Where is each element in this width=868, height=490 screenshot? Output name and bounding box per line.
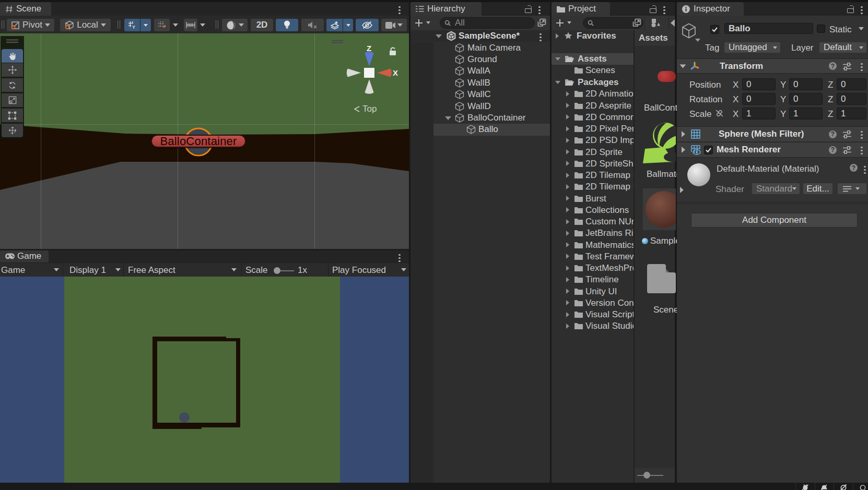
svg-text:Y: Y — [132, 25, 135, 29]
svg-text:X: X — [393, 68, 398, 77]
svg-text:Z: Z — [367, 44, 371, 53]
